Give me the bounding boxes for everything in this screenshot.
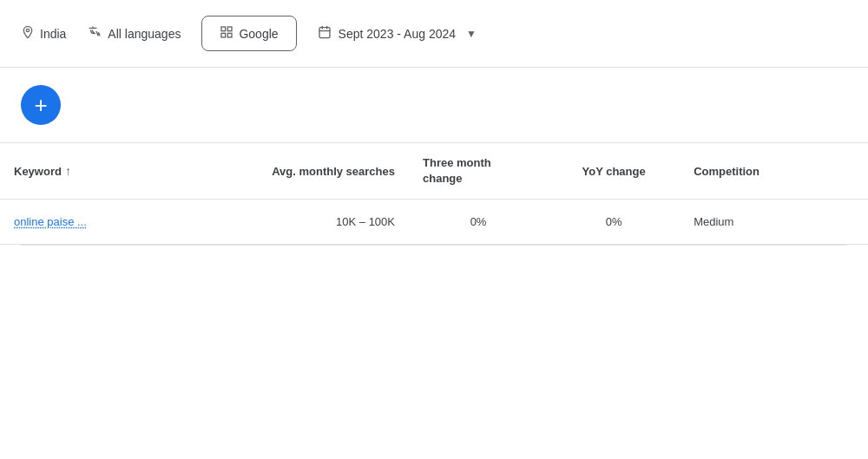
cell-overflow xyxy=(818,200,868,245)
table-row: online paise ... 10K – 100K 0% 0% Medium xyxy=(0,200,868,245)
col-header-competition: Competition xyxy=(680,143,818,200)
location-label: India xyxy=(40,27,66,41)
col-header-yoy: YoY change xyxy=(548,143,680,200)
grid-icon xyxy=(220,25,233,42)
calendar-icon xyxy=(318,25,332,42)
col-header-keyword: Keyword ↑ xyxy=(0,143,191,200)
date-range-label: Sept 2023 - Aug 2024 xyxy=(339,27,456,41)
col-header-three-month: Three monthchange xyxy=(409,143,548,200)
language-label: All languages xyxy=(108,27,181,41)
col-header-avg-monthly: Avg. monthly searches xyxy=(191,143,409,200)
cell-keyword: online paise ... xyxy=(0,200,191,245)
cell-avg-monthly: 10K – 100K xyxy=(191,200,409,245)
date-range-filter[interactable]: Sept 2023 - Aug 2024 ▼ xyxy=(318,25,477,42)
svg-point-0 xyxy=(26,29,29,31)
svg-rect-3 xyxy=(221,33,226,37)
three-month-label: Three monthchange xyxy=(423,156,491,185)
svg-rect-5 xyxy=(319,28,330,38)
search-engine-filter[interactable]: Google xyxy=(201,16,296,51)
svg-rect-2 xyxy=(228,27,233,31)
plus-icon: + xyxy=(34,94,47,116)
cell-three-month: 0% xyxy=(409,200,548,245)
col-keyword-label: Keyword xyxy=(14,165,62,178)
dropdown-arrow: ▼ xyxy=(466,28,477,40)
translate-icon xyxy=(87,25,102,43)
keyword-link[interactable]: online paise ... xyxy=(14,215,87,228)
svg-rect-4 xyxy=(228,33,233,37)
sort-arrow-icon[interactable]: ↑ xyxy=(65,164,71,178)
svg-rect-1 xyxy=(221,27,226,31)
location-filter[interactable]: India xyxy=(21,25,66,43)
cell-yoy: 0% xyxy=(548,200,680,245)
search-engine-label: Google xyxy=(239,27,278,41)
bottom-separator xyxy=(21,245,847,246)
table-header-row: Keyword ↑ Avg. monthly searches Three mo… xyxy=(0,143,868,200)
content-area: + Keyword ↑ Avg. monthly searches xyxy=(0,68,868,459)
filter-bar: India All languages xyxy=(0,0,868,68)
add-button-row: + xyxy=(0,68,868,142)
page-wrapper: India All languages xyxy=(0,0,868,459)
location-icon xyxy=(21,25,35,43)
language-filter[interactable]: All languages xyxy=(87,25,181,43)
keyword-table: Keyword ↑ Avg. monthly searches Three mo… xyxy=(0,142,868,245)
col-header-overflow xyxy=(818,143,868,200)
cell-competition: Medium xyxy=(680,200,818,245)
add-keyword-button[interactable]: + xyxy=(21,85,61,125)
